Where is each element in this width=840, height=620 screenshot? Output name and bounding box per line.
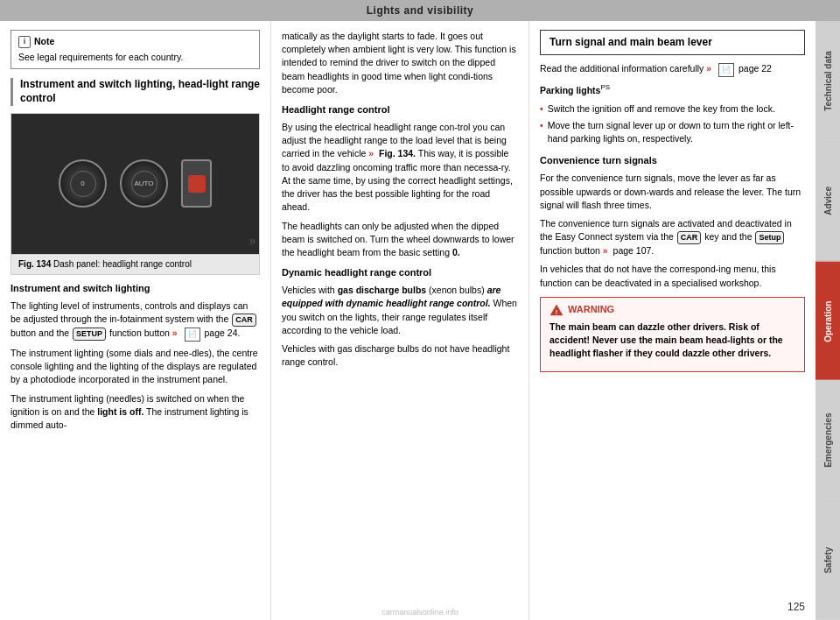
headlight-p2: The headlights can only be adjusted when… [282,220,518,260]
warning-text-content: The main beam can dazzle other drivers. … [550,321,783,358]
dial-left: 0 [59,159,107,208]
sidebar-tab-technical[interactable]: Technical data [816,21,840,141]
nav-arrow: » [248,232,256,250]
warning-box: ! WARNING The main beam can dazzle other… [540,297,805,372]
dynamic-heading: Dynamic headlight range control [282,266,518,280]
fig-caption-text: Dash panel: headlight range control [53,259,192,269]
middle-p-start: matically as the daylight starts to fade… [282,30,518,96]
arrow-icon-3: » [706,62,711,75]
parking-bullet2-text: Move the turn signal lever up or down to… [548,119,805,145]
warning-triangle-icon: ! [550,303,564,317]
book-icon-1: 📄 [185,328,200,342]
page-ref1: page 22 [738,63,772,74]
convenience-page: page 107. [613,245,654,256]
bullet-dot-1: • [540,102,543,116]
bullet-dot-2: • [540,119,543,132]
dynamic-p2: Vehicles with gas discharge bulbs do not… [282,342,518,369]
section-heading-text: Instrument and switch lighting, head-lig… [20,78,260,105]
main-layout: i Note See legal requirements for each c… [0,21,840,620]
warning-label: WARNING [568,303,614,317]
sidebar-tab-operation[interactable]: Operation [816,261,840,381]
warning-header: ! WARNING [550,303,795,317]
convenience-p2: The convenience turn signals are activat… [540,217,805,257]
arrow-icon-1: » [172,327,178,340]
subsection1-p3: The instrument lighting (needles) is swi… [10,392,260,433]
warning-text: The main beam can dazzle other drivers. … [550,321,795,361]
subsection1-heading: Instrument and switch lighting [10,282,260,296]
subsection1-p2: The instrument lighting (some dials and … [10,347,260,387]
figure-caption: Fig. 134 Dash panel: headlight range con… [11,254,259,275]
convenience-p3: In vehicles that do not have the corresp… [540,263,805,289]
note-box: i Note See legal requirements for each c… [10,30,260,69]
subsection1-p1: The lighting level of instruments, contr… [10,299,260,342]
section-heading: Instrument and switch lighting, head-lig… [10,78,260,105]
left-column: i Note See legal requirements for each c… [0,21,271,620]
setup-button-inline: SETUP [73,328,106,341]
sidebar-tab-label-emergencies: Emergencies [823,413,833,468]
note-header: i Note [18,35,252,48]
note-label: Note [34,35,54,48]
sidebar-tab-safety[interactable]: Safety [816,500,840,620]
setup-btn-right: Setup [755,231,784,244]
car-btn-right: CAR [677,231,702,244]
car-button: CAR [232,314,256,327]
dial-inner-center: AUTO [131,171,158,197]
header-title: Lights and visibility [367,4,474,17]
arrow-icon-2: » [368,147,374,160]
right-column: Turn signal and main beam lever Read the… [529,21,816,620]
book-icon-2: 📄 [718,63,734,77]
instrument-panel: 0 AUTO [59,159,212,208]
sidebar-tab-label-operation: Operation [823,300,833,342]
right-sidebar: Technical data Advice Operation Emergenc… [816,21,840,620]
dial-center: AUTO [120,159,168,208]
turn-signal-box: Turn signal and main beam lever [540,30,805,55]
dial-inner-left: 0 [70,171,96,197]
headlight-range-heading: Headlight range control [282,103,518,117]
sidebar-tab-label-technical: Technical data [823,52,833,112]
page-wrapper: Lights and visibility i Note See legal r… [0,0,840,620]
note-icon: i [18,36,31,48]
middle-column: matically as the daylight starts to fade… [271,21,529,620]
page-header: Lights and visibility [0,0,840,21]
read-info-text: Read the additional information carefull… [540,63,704,74]
dial-label-left: 0 [80,179,84,189]
note-text: See legal requirements for each country. [18,51,252,64]
figure-box: 0 AUTO » F [10,113,260,276]
sidebar-tab-advice[interactable]: Advice [816,141,840,261]
parking-bullet1-text: Switch the ignition off and remove the k… [548,102,775,116]
watermark: carmanualsonline.info [0,608,840,616]
sidebar-tab-label-advice: Advice [823,187,833,215]
headlight-p1: By using the electrical headlight range … [282,121,518,215]
svg-text:!: ! [556,308,557,314]
parking-heading: Parking lights [540,84,600,95]
parking-bullet1: • Switch the ignition off and remove the… [540,102,805,116]
fig-label: Fig. 134 [18,259,51,269]
dial-label-center: AUTO [134,179,153,189]
convenience-heading: Convenience turn signals [540,154,805,168]
parking-superscript: PS [600,83,610,91]
figure-image: 0 AUTO » [11,114,259,254]
read-info-line: Read the additional information carefull… [540,62,805,77]
sidebar-tab-label-safety: Safety [823,547,833,574]
switch-red [188,175,206,193]
arrow-icon-4: » [603,244,608,257]
switch-rect [181,159,212,208]
convenience-p1: For the convenience turn signals, move t… [540,172,805,212]
turn-signal-heading: Turn signal and main beam lever [550,35,795,50]
parking-bullet2: • Move the turn signal lever up or down … [540,119,805,145]
dynamic-p1: Vehicles with gas discharge bulbs (xenon… [282,284,518,337]
parking-heading-line: Parking lightsPS [540,82,805,97]
sidebar-tab-emergencies[interactable]: Emergencies [816,380,840,500]
